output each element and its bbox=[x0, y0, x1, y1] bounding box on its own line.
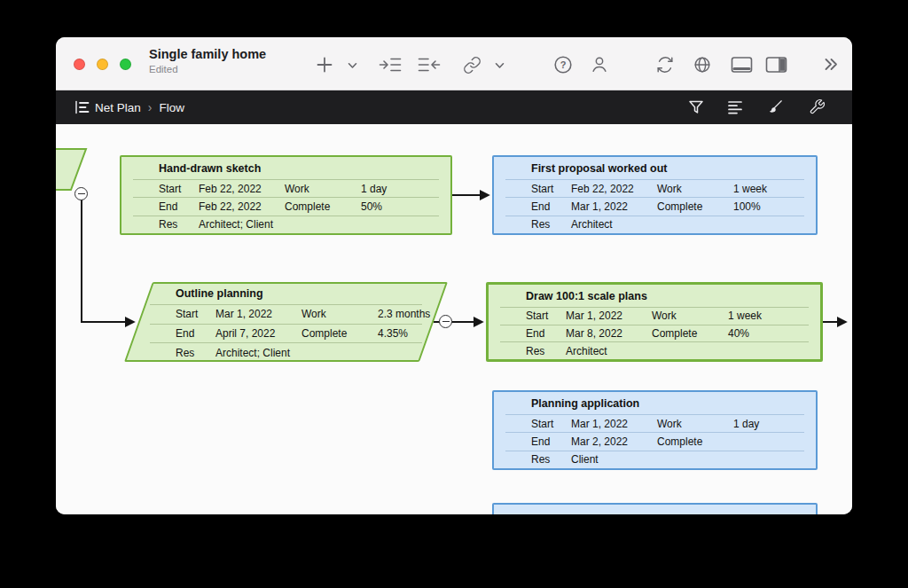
task-node-planning-application[interactable]: Planning application Start Mar 1, 2022 W… bbox=[492, 390, 818, 470]
paintbrush-icon[interactable] bbox=[767, 98, 784, 115]
titlebar: Single family home Edited ? bbox=[56, 37, 852, 90]
field-label: Complete bbox=[301, 327, 378, 340]
task-row: End Feb 22, 2022 Complete 50% bbox=[133, 197, 439, 215]
add-button[interactable] bbox=[315, 55, 334, 74]
field-label: Work bbox=[285, 183, 361, 195]
document-title: Single family home bbox=[149, 47, 266, 61]
collapse-button[interactable] bbox=[74, 187, 88, 200]
collapse-button[interactable] bbox=[439, 315, 452, 328]
task-row: End Mar 1, 2022 Complete 100% bbox=[505, 197, 804, 215]
field-value: 1 day bbox=[733, 418, 804, 430]
field-value: Mar 2, 2022 bbox=[571, 435, 657, 448]
task-title: Draw 100:1 scale plans bbox=[500, 285, 809, 307]
field-value: Architect bbox=[571, 218, 804, 231]
field-label: End bbox=[526, 327, 566, 340]
toolbar-overflow-button[interactable] bbox=[823, 58, 839, 71]
task-node-hand-drawn-sketch[interactable]: Hand-drawn sketch Start Feb 22, 2022 Wor… bbox=[120, 155, 452, 235]
minimize-button[interactable] bbox=[97, 59, 108, 70]
breadcrumb-root[interactable]: Net Plan bbox=[95, 101, 141, 114]
field-value: Mar 1, 2022 bbox=[215, 308, 301, 320]
field-label: End bbox=[531, 200, 571, 213]
field-label: Res bbox=[176, 347, 215, 359]
field-label: Complete bbox=[285, 200, 361, 213]
task-row: Start Feb 22, 2022 Work 1 week bbox=[505, 179, 804, 197]
field-value: Mar 8, 2022 bbox=[566, 327, 652, 340]
task-row: Res Architect; Client bbox=[150, 342, 422, 362]
field-label: Work bbox=[301, 308, 378, 320]
task-row: Start Mar 1, 2022 Work 2.3 months bbox=[150, 304, 422, 324]
field-value: Architect bbox=[566, 345, 809, 357]
task-node-outline-planning[interactable]: Outline planning Start Mar 1, 2022 Work … bbox=[138, 282, 434, 362]
field-value: April 7, 2022 bbox=[215, 327, 301, 340]
panel-bottom-button[interactable] bbox=[731, 56, 753, 74]
field-value: 2.3 months bbox=[378, 308, 430, 320]
app-window: Single family home Edited ? bbox=[56, 37, 852, 514]
field-value: 1 week bbox=[733, 183, 804, 195]
task-row: Res Architect bbox=[505, 216, 804, 233]
help-button[interactable]: ? bbox=[553, 55, 573, 74]
field-label: End bbox=[159, 200, 199, 213]
field-label: Start bbox=[176, 308, 215, 320]
field-value: 1 day bbox=[361, 183, 439, 195]
field-value: Feb 22, 2022 bbox=[199, 183, 285, 195]
user-button[interactable] bbox=[590, 55, 609, 74]
task-row: Res Client bbox=[505, 451, 804, 468]
field-value: Mar 1, 2022 bbox=[571, 200, 657, 213]
zoom-button[interactable] bbox=[120, 59, 131, 70]
sync-button[interactable] bbox=[655, 55, 675, 74]
task-row: Start Mar 1, 2022 Work 1 week bbox=[500, 307, 809, 325]
field-value: 1 week bbox=[728, 310, 809, 322]
link-button[interactable] bbox=[463, 56, 481, 74]
task-title: First proposal worked out bbox=[505, 157, 804, 179]
globe-button[interactable] bbox=[693, 55, 712, 74]
field-label: Complete bbox=[657, 200, 733, 213]
task-row: Res Architect bbox=[500, 341, 809, 359]
filter-icon[interactable] bbox=[688, 99, 704, 115]
field-label: End bbox=[176, 327, 215, 340]
task-node-partial[interactable] bbox=[492, 503, 818, 514]
outdent-button[interactable] bbox=[418, 57, 441, 73]
task-row: Start Mar 1, 2022 Work 1 day bbox=[505, 414, 804, 432]
close-button[interactable] bbox=[74, 59, 85, 70]
field-label: Start bbox=[531, 183, 571, 195]
field-value: 50% bbox=[361, 200, 439, 213]
link-chevron-down-icon[interactable] bbox=[495, 62, 505, 69]
field-value: 4.35% bbox=[378, 327, 422, 340]
wrench-icon[interactable] bbox=[809, 98, 826, 115]
field-value: Mar 1, 2022 bbox=[571, 418, 657, 430]
field-label: Res bbox=[531, 453, 571, 466]
field-label: Complete bbox=[657, 435, 733, 448]
outline-view-icon[interactable] bbox=[74, 100, 90, 114]
indent-button[interactable] bbox=[379, 57, 402, 73]
breadcrumb-separator-icon: › bbox=[148, 100, 153, 114]
field-value: Feb 22, 2022 bbox=[199, 200, 285, 213]
breadcrumb-current[interactable]: Flow bbox=[159, 101, 184, 114]
svg-text:?: ? bbox=[560, 59, 567, 70]
field-value: 40% bbox=[728, 327, 809, 340]
panel-right-button[interactable] bbox=[765, 56, 787, 74]
field-label: Res bbox=[159, 218, 199, 231]
field-value: Mar 1, 2022 bbox=[566, 310, 652, 322]
field-label: Res bbox=[526, 345, 566, 357]
task-row: End Mar 2, 2022 Complete bbox=[505, 432, 804, 450]
task-title: Outline planning bbox=[150, 282, 422, 304]
field-value: Architect; Client bbox=[199, 218, 439, 231]
task-node-first-proposal[interactable]: First proposal worked out Start Feb 22, … bbox=[492, 155, 818, 235]
task-title: Planning application bbox=[505, 392, 804, 414]
field-label: Start bbox=[526, 310, 566, 322]
breadcrumb: Net Plan › Flow bbox=[95, 90, 184, 124]
task-row: Start Feb 22, 2022 Work 1 day bbox=[133, 179, 439, 197]
task-row: End Mar 8, 2022 Complete 40% bbox=[500, 325, 809, 342]
collapsed-group-shape bbox=[56, 149, 86, 190]
breadcrumb-bar: Net Plan › Flow bbox=[56, 90, 852, 124]
field-label: Start bbox=[159, 183, 199, 195]
field-value: Architect; Client bbox=[215, 347, 422, 359]
format-lines-icon[interactable] bbox=[727, 99, 743, 115]
field-label: Work bbox=[652, 310, 728, 322]
field-value: 100% bbox=[733, 200, 804, 213]
field-label: Res bbox=[531, 218, 571, 231]
network-canvas[interactable]: Hand-drawn sketch Start Feb 22, 2022 Wor… bbox=[56, 124, 852, 514]
task-row: Res Architect; Client bbox=[133, 216, 439, 233]
task-node-draw-scale-plans[interactable]: Draw 100:1 scale plans Start Mar 1, 2022… bbox=[486, 282, 823, 362]
add-chevron-down-icon[interactable] bbox=[348, 62, 357, 69]
